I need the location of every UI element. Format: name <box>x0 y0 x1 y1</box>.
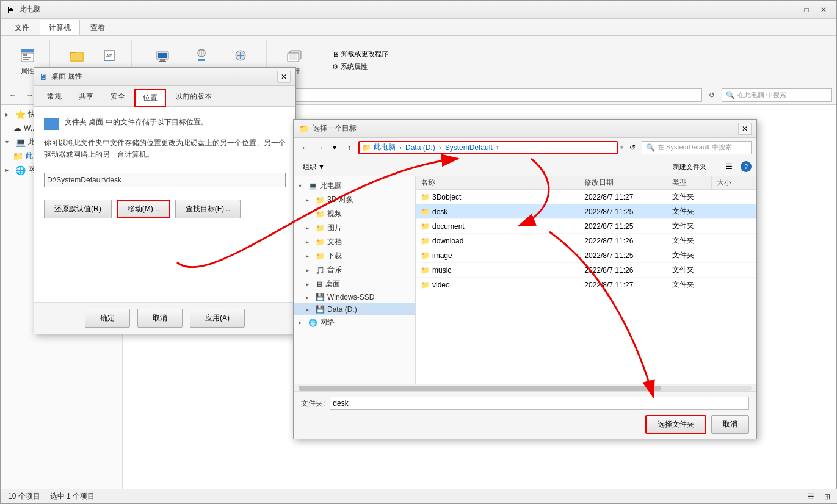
title-bar-controls: — □ ✕ <box>781 3 832 16</box>
select-folder-button[interactable]: 选择文件夹 <box>645 415 706 434</box>
choose-sidebar-item-thispc[interactable]: ▾ 💻 此电脑 <box>294 179 415 193</box>
choose-3dobject-icon: 📁 <box>316 196 325 204</box>
properties-dialog-body: 文件夹 桌面 中的文件存储于以下目标位置。 你可以将此文件夹中文件存储的位置更改… <box>34 107 295 302</box>
system-props-icon: ⚙ <box>332 63 338 71</box>
tab-computer[interactable]: 计算机 <box>40 20 80 35</box>
file-row-music[interactable]: 📁 music 2022/8/7 11:26 文件夹 <box>416 263 756 278</box>
choose-up-button[interactable]: ↑ <box>342 141 356 154</box>
breadcrumb-systemdefault[interactable]: SystemDefault <box>445 143 493 152</box>
system-props-button[interactable]: ⚙ 系统属性 <box>328 61 392 73</box>
choose-back-button[interactable]: ← <box>299 141 312 154</box>
folder-icon-video: 📁 <box>421 281 430 289</box>
uninstall-button[interactable]: 🖥 卸载或更改程序 <box>328 48 392 60</box>
choose-search-box[interactable]: 🔍 在 SystemDefault 中搜索 <box>642 141 752 154</box>
system-props-label: 系统属性 <box>341 62 368 71</box>
breadcrumb-expand-icon[interactable]: ▾ <box>620 144 623 151</box>
choose-image-icon: 📁 <box>316 224 325 232</box>
tab-previous[interactable]: 以前的版本 <box>167 88 220 106</box>
ok-button[interactable]: 确定 <box>85 309 130 328</box>
choose-sidebar-docs[interactable]: ▸ 📁 文档 <box>294 235 415 249</box>
choose-sidebar-winssd[interactable]: ▸ 💾 Windows-SSD <box>294 291 415 303</box>
restore-default-button[interactable]: 还原默认值(R) <box>44 200 112 218</box>
file-row-desk[interactable]: 📁 desk 2022/8/7 11:25 文件夹 <box>416 204 756 219</box>
tab-security[interactable]: 安全 <box>103 88 133 106</box>
properties-dialog-title-bar: 🖥 桌面 属性 ✕ <box>34 68 295 86</box>
choose-sidebar-3dobject[interactable]: ▸ 📁 3D 对象 <box>294 193 415 207</box>
cancel-button[interactable]: 取消 <box>137 309 183 328</box>
choose-sidebar-network[interactable]: ▸ 🌐 网络 <box>294 315 415 329</box>
rename-icon: AB <box>100 46 119 65</box>
properties-icon <box>18 46 37 65</box>
choose-sidebar-datad[interactable]: ▸ 💾 Data (D:) <box>294 303 415 315</box>
col-size: 大小 <box>712 176 756 189</box>
choose-dialog-title-text: 选择一个目标 <box>313 123 738 134</box>
choose-desktop-label: 桌面 <box>325 279 340 289</box>
choose-refresh-button[interactable]: ↺ <box>626 141 639 154</box>
choose-sidebar-video[interactable]: ▸ 📁 视频 <box>294 207 415 221</box>
choose-dropdown-button[interactable]: ▾ <box>328 141 341 154</box>
thispc-icon: 💻 <box>15 137 26 147</box>
choose-sidebar-image[interactable]: ▸ 📁 图片 <box>294 221 415 235</box>
help-button[interactable]: ? <box>741 161 752 172</box>
access-media-icon <box>153 46 172 65</box>
properties-dialog-footer: 确定 取消 应用(A) <box>34 302 295 334</box>
tab-file[interactable]: 文件 <box>5 20 38 35</box>
choose-datad-icon: 💾 <box>316 305 325 314</box>
file-row-document[interactable]: 📁 document 2022/8/7 11:25 文件夹 <box>416 219 756 234</box>
svg-rect-12 <box>158 53 167 58</box>
status-bar: 10 个项目 选中 1 个项目 ☰ ⊞ <box>1 489 837 503</box>
choose-forward-button[interactable]: → <box>313 141 327 154</box>
minimize-button[interactable]: — <box>781 3 797 16</box>
window-icon: 🖥 <box>5 5 15 15</box>
svg-rect-24 <box>289 54 297 60</box>
breadcrumb-thispc[interactable]: 此电脑 <box>374 142 396 153</box>
svg-rect-4 <box>23 59 29 60</box>
choose-network-icon: 🌐 <box>308 319 317 327</box>
choose-downloads-label: 下载 <box>327 251 342 261</box>
choose-sidebar-desktop[interactable]: ▸ 🖥 桌面 <box>294 277 415 291</box>
view-icon[interactable]: ☰ <box>808 492 814 501</box>
choose-sidebar-music[interactable]: ▸ 🎵 音乐 <box>294 263 415 277</box>
search-box[interactable]: 🔍 在此电脑 中搜索 <box>722 88 832 102</box>
tab-share[interactable]: 共享 <box>71 88 101 106</box>
path-input[interactable] <box>44 173 286 187</box>
title-bar: 🖥 此电脑 — □ ✕ <box>1 1 836 19</box>
tab-general[interactable]: 常规 <box>39 88 70 106</box>
choose-video-label: 视频 <box>327 209 342 219</box>
view-mode-button[interactable]: ☰ <box>722 160 736 173</box>
properties-dialog-title: 桌面 属性 <box>51 71 277 82</box>
organize-button[interactable]: 组织 ▼ <box>299 160 329 173</box>
folder-info-row: 文件夹 桌面 中的文件存储于以下目标位置。 <box>44 117 286 130</box>
choose-cancel-button[interactable]: 取消 <box>711 415 749 434</box>
ribbon-tab-bar: 文件 计算机 查看 <box>1 19 836 36</box>
back-button[interactable]: ← <box>5 88 20 103</box>
tab-location[interactable]: 位置 <box>134 89 166 107</box>
expand-icon2: ▾ <box>5 139 13 145</box>
properties-close-button[interactable]: ✕ <box>277 71 291 83</box>
maximize-button[interactable]: □ <box>799 3 814 16</box>
move-button[interactable]: 移动(M)... <box>117 200 170 218</box>
apply-button[interactable]: 应用(A) <box>190 309 245 328</box>
list-view-icon[interactable]: ⊞ <box>824 492 830 501</box>
horizontal-scroll-area <box>294 384 756 391</box>
file-row-video[interactable]: 📁 video 2022/8/7 11:27 文件夹 <box>416 278 756 292</box>
breadcrumb-datad[interactable]: Data (D:) <box>405 143 435 152</box>
close-button[interactable]: ✕ <box>816 3 832 16</box>
horizontal-scrollbar[interactable] <box>299 386 752 391</box>
find-target-button[interactable]: 查找目标(F)... <box>175 200 241 218</box>
choose-dialog-title-bar: 📁 选择一个目标 ✕ <box>294 120 756 138</box>
choose-nav-buttons: ← → ▾ ↑ <box>299 141 356 154</box>
choose-dialog-close-button[interactable]: ✕ <box>738 123 752 135</box>
col-date: 修改日期 <box>579 176 667 189</box>
refresh-button[interactable]: ↺ <box>705 88 719 103</box>
filename-input[interactable] <box>330 397 749 410</box>
selected-count: 选中 1 个项目 <box>50 491 95 502</box>
choose-sidebar-downloads[interactable]: ▸ 📁 下载 <box>294 249 415 263</box>
expand-icon: ▸ <box>5 111 13 118</box>
file-row-3dobject[interactable]: 📁 3Dobject 2022/8/7 11:27 文件夹 <box>416 190 756 204</box>
tab-view[interactable]: 查看 <box>81 20 114 35</box>
uninstall-label: 卸载或更改程序 <box>341 49 388 59</box>
file-row-image[interactable]: 📁 image 2022/8/7 11:25 文件夹 <box>416 248 756 263</box>
file-row-download[interactable]: 📁 download 2022/8/7 11:26 文件夹 <box>416 234 756 248</box>
choose-new-folder-button[interactable]: 新建文件夹 <box>667 160 712 173</box>
